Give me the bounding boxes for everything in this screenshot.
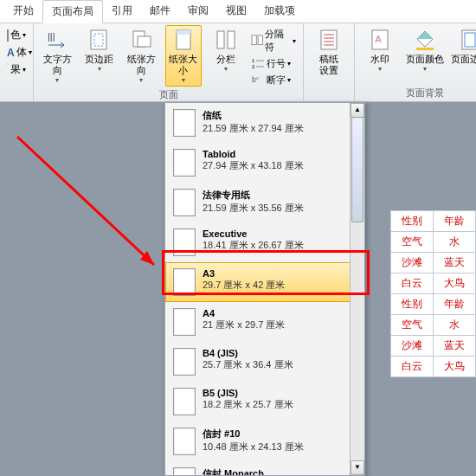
size-name: 法律专用纸 <box>203 189 304 202</box>
page-color-button[interactable]: 页面颜色 <box>405 25 445 75</box>
breaks-button[interactable]: 分隔符▾ <box>249 27 298 55</box>
scroll-down-icon[interactable]: ▼ <box>351 460 364 475</box>
svg-rect-8 <box>217 31 224 48</box>
size-dim: 10.48 厘米 x 24.13 厘米 <box>203 441 304 453</box>
size-option-法律专用纸[interactable]: 法律专用纸21.59 厘米 x 35.56 厘米 <box>165 183 364 222</box>
size-name: 信纸 <box>203 109 304 122</box>
table-cell[interactable]: 年龄 <box>434 294 476 315</box>
svg-rect-5 <box>138 36 151 47</box>
paper-size-menu: 信纸21.59 厘米 x 27.94 厘米Tabloid27.94 厘米 x 4… <box>164 102 365 476</box>
table-cell[interactable]: 白云 <box>391 357 434 377</box>
size-option-A3[interactable]: A329.7 厘米 x 42 厘米 <box>165 262 364 302</box>
table-cell[interactable]: 性别 <box>391 211 434 232</box>
arrow-annotation <box>0 102 173 293</box>
scrollbar[interactable]: ▲ ▼ <box>350 103 364 475</box>
size-dim: 21.59 厘米 x 35.56 厘米 <box>203 202 304 215</box>
table-cell[interactable]: 水 <box>434 232 476 253</box>
page-color-icon <box>413 28 437 52</box>
size-option-信封 Monarch[interactable]: 信封 Monarch9.84 厘米 x 19.05 厘米 <box>165 461 364 475</box>
columns-icon <box>214 28 238 52</box>
table-cell[interactable]: 沙滩 <box>391 336 434 357</box>
svg-text:A: A <box>375 34 382 44</box>
page-border-button[interactable]: 页面边框 <box>450 25 476 68</box>
watermark-icon: A <box>368 28 392 52</box>
page-thumb-icon <box>173 149 196 177</box>
size-name: A4 <box>203 308 285 318</box>
size-name: A3 <box>203 268 285 279</box>
group-page-background: A 水印 页面颜色 页面边框 页面背景 <box>355 23 476 101</box>
tab-page-layout[interactable]: 页面布局 <box>42 0 103 23</box>
group-page-setup: ||| 文字方向 页边距 纸张方向 纸张大小 分栏 分隔符▾ 12行号▾ <box>34 23 304 101</box>
page-thumb-icon <box>173 109 196 137</box>
margins-button[interactable]: 页边距 <box>81 25 119 75</box>
size-option-信封 #10[interactable]: 信封 #1010.48 厘米 x 24.13 厘米 <box>165 421 364 461</box>
table-cell[interactable]: 蓝天 <box>434 253 476 273</box>
tab-review[interactable]: 审阅 <box>179 0 217 23</box>
theme-effects-button[interactable]: 果▾ <box>5 61 28 78</box>
orientation-icon <box>129 28 153 52</box>
scroll-thumb[interactable] <box>351 117 363 222</box>
size-option-信纸[interactable]: 信纸21.59 厘米 x 27.94 厘米 <box>165 103 364 143</box>
svg-rect-11 <box>258 35 262 45</box>
table-cell[interactable]: 年龄 <box>434 211 476 232</box>
tab-mailings[interactable]: 邮件 <box>141 0 179 23</box>
table-cell[interactable]: 性别 <box>391 294 434 315</box>
tab-addins[interactable]: 加载项 <box>255 0 304 23</box>
group-label-page-setup: 页面 <box>39 87 298 103</box>
size-option-Executive[interactable]: Executive18.41 厘米 x 26.67 厘米 <box>165 222 364 262</box>
table-cell[interactable]: 沙滩 <box>391 253 434 273</box>
table-cell[interactable]: 白云 <box>391 273 434 294</box>
table-cell[interactable]: 蓝天 <box>434 336 476 357</box>
size-option-A4[interactable]: A421 厘米 x 29.7 厘米 <box>165 302 364 342</box>
paper-size-icon <box>171 28 196 52</box>
size-option-B4 (JIS)[interactable]: B4 (JIS)25.7 厘米 x 36.4 厘米 <box>165 342 364 382</box>
sample-table: 性别年龄空气水沙滩蓝天白云大鸟性别年龄空气水沙滩蓝天白云大鸟 <box>390 210 476 377</box>
svg-rect-10 <box>252 35 256 45</box>
table-cell[interactable]: 大鸟 <box>434 357 476 377</box>
tab-home[interactable]: 开始 <box>4 0 42 23</box>
page-thumb-icon <box>173 228 196 256</box>
hyphenation-button[interactable]: bᶜ断字▾ <box>249 72 298 87</box>
svg-text:1: 1 <box>252 58 255 63</box>
table-cell[interactable]: 水 <box>434 315 476 336</box>
hyphenation-icon: bᶜ <box>251 73 265 87</box>
group-themes: 色▾ A体▾ 果▾ <box>0 23 34 101</box>
svg-rect-24 <box>416 48 434 50</box>
size-dim: 27.94 厘米 x 43.18 厘米 <box>203 159 304 172</box>
page-border-icon <box>458 28 476 52</box>
theme-fonts-button[interactable]: A体▾ <box>5 44 28 61</box>
watermark-button[interactable]: A 水印 <box>360 25 400 75</box>
size-option-B5 (JIS)[interactable]: B5 (JIS)18.2 厘米 x 25.7 厘米 <box>165 382 364 421</box>
svg-rect-17 <box>321 30 337 49</box>
page-thumb-icon <box>173 467 196 475</box>
svg-line-27 <box>17 137 154 265</box>
paper-size-button[interactable]: 纸张大小 <box>165 25 203 87</box>
page-thumb-icon <box>173 268 196 296</box>
group-label-page-bg: 页面背景 <box>360 86 476 101</box>
tab-references[interactable]: 引用 <box>103 0 141 23</box>
scroll-up-icon[interactable]: ▲ <box>351 103 364 118</box>
svg-marker-28 <box>140 251 154 265</box>
size-dim: 18.41 厘米 x 26.67 厘米 <box>203 239 304 252</box>
size-name: B5 (JIS) <box>203 388 293 398</box>
ribbon: 色▾ A体▾ 果▾ ||| 文字方向 页边距 纸张方向 纸张大小 <box>0 23 476 102</box>
table-cell[interactable]: 大鸟 <box>434 273 476 294</box>
effects-icon <box>7 63 9 77</box>
svg-rect-2 <box>91 30 106 49</box>
ribbon-tabs: 开始 页面布局 引用 邮件 审阅 视图 加载项 <box>0 0 476 23</box>
columns-button[interactable]: 分栏 <box>207 25 244 75</box>
group-paper: 稿纸 设置 <box>304 23 355 101</box>
text-direction-button[interactable]: ||| 文字方向 <box>39 25 76 87</box>
orientation-button[interactable]: 纸张方向 <box>123 25 160 87</box>
tab-view[interactable]: 视图 <box>217 0 255 23</box>
theme-colors-button[interactable]: 色▾ <box>5 27 28 43</box>
svg-text:|||: ||| <box>48 31 55 42</box>
svg-text:bᶜ: bᶜ <box>252 75 259 84</box>
table-cell[interactable]: 空气 <box>391 315 434 336</box>
size-option-Tabloid[interactable]: Tabloid27.94 厘米 x 43.18 厘米 <box>165 143 364 183</box>
document-area: 信纸21.59 厘米 x 27.94 厘米Tabloid27.94 厘米 x 4… <box>0 102 476 476</box>
paper-settings-button[interactable]: 稿纸 设置 <box>309 25 349 79</box>
table-cell[interactable]: 空气 <box>391 232 434 253</box>
line-numbers-button[interactable]: 12行号▾ <box>249 55 298 71</box>
svg-point-0 <box>7 63 8 64</box>
